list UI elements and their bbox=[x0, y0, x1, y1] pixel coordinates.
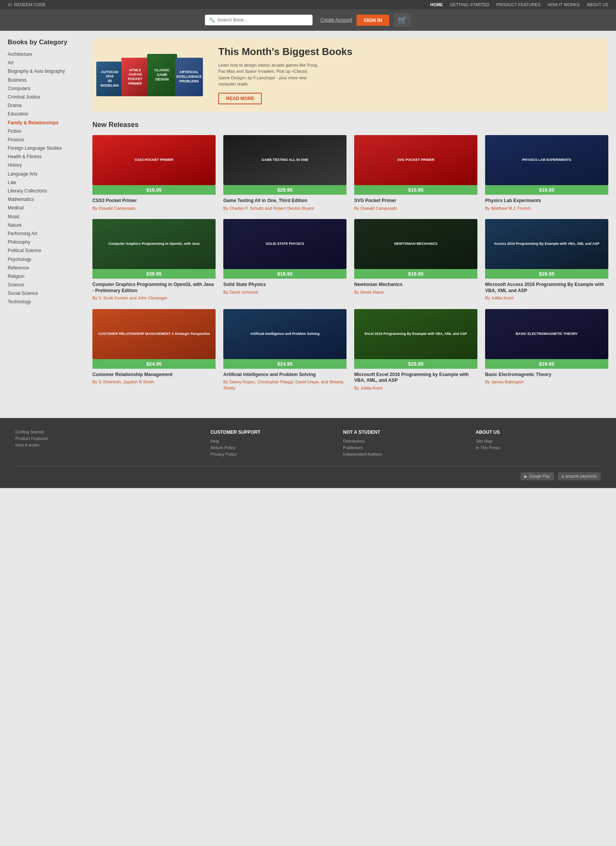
book-author-physicslab[interactable]: By Matthew M.J. French bbox=[485, 206, 608, 211]
book-author-electromagnetic[interactable]: By James Babington bbox=[485, 379, 608, 385]
footer-publishers[interactable]: Publishers bbox=[343, 445, 468, 450]
book-price-newtonian[interactable]: $19.95 bbox=[354, 269, 477, 279]
footer-how-it-works[interactable]: How it works bbox=[15, 443, 203, 447]
sidebar-item-mathematics: Mathematics bbox=[8, 196, 85, 203]
sidebar: Books by Category Architecture Art Biogr… bbox=[8, 38, 85, 399]
search-bar[interactable]: 🔍 bbox=[205, 15, 313, 25]
book-cover-msaccess[interactable]: Access 2016 Programming By Example with … bbox=[485, 219, 608, 269]
book-cover-ai[interactable]: Artificial Intelligence and Problem Solv… bbox=[223, 309, 346, 359]
nav-how-it-works[interactable]: HOW IT WORKS bbox=[547, 2, 580, 7]
search-input[interactable] bbox=[217, 17, 308, 23]
footer-not-student-title: NOT A STUDENT bbox=[343, 430, 468, 435]
book-card-msexcel: Excel 2016 Programming By Example with V… bbox=[354, 309, 477, 391]
book-author-ai[interactable]: By Danny Kopec, Christopher Pileggi, Dav… bbox=[223, 379, 346, 391]
sidebar-item-philosophy: Philosophy bbox=[8, 239, 85, 246]
book-cover-solidstate[interactable]: SOLID STATE PHYSICS bbox=[223, 219, 346, 269]
book-price-crm[interactable]: $24.95 bbox=[92, 359, 216, 369]
banner-text: This Month's Biggest Books Learn how to … bbox=[207, 38, 364, 112]
new-releases-title: New Releases bbox=[92, 121, 608, 129]
search-icon: 🔍 bbox=[209, 17, 215, 23]
footer-getting-started[interactable]: Getting Started bbox=[15, 430, 203, 434]
cart-icon[interactable]: 🛒 bbox=[394, 13, 411, 27]
book-title-msaccess: Microsoft Access 2016 Programming By Exa… bbox=[485, 282, 608, 294]
sidebar-item-fiction: Fiction bbox=[8, 128, 85, 135]
book-price-svg[interactable]: $19.95 bbox=[354, 185, 477, 195]
footer-return-policy[interactable]: Return Policy bbox=[211, 445, 335, 450]
book-author-css3[interactable]: By Oswald Campesato bbox=[92, 206, 216, 211]
nav-product-features[interactable]: PRODUCT FEATURES bbox=[496, 2, 541, 7]
book-price-electromagnetic[interactable]: $19.95 bbox=[485, 359, 608, 369]
book-author-msexcel[interactable]: By Julitta Korol bbox=[354, 385, 477, 391]
sidebar-item-health: Health & Fitness bbox=[8, 153, 85, 161]
footer-help[interactable]: Help bbox=[211, 439, 335, 443]
amazon-icon: a bbox=[562, 474, 564, 478]
book-price-gametesting[interactable]: $29.95 bbox=[223, 185, 346, 195]
redeem-code-label[interactable]: REDEEM CODE bbox=[14, 2, 46, 7]
sidebar-item-history: History bbox=[8, 162, 85, 169]
create-account-link[interactable]: Create Account bbox=[320, 17, 352, 23]
book-title-crm: Customer Relationship Management bbox=[92, 372, 216, 378]
read-more-button[interactable]: READ MORE bbox=[218, 93, 262, 104]
book-price-computergraphics[interactable]: $39.95 bbox=[92, 269, 216, 279]
sidebar-item-law: Law bbox=[8, 179, 85, 186]
book-author-crm[interactable]: By G Shainesh; Jagdish N Sheth bbox=[92, 379, 216, 385]
book-price-msexcel[interactable]: $29.95 bbox=[354, 359, 477, 369]
footer-customer-support-title: CUSTOMER SUPPORT bbox=[211, 430, 335, 435]
sidebar-item-business: Business bbox=[8, 77, 85, 84]
sidebar-item-music: Music bbox=[8, 213, 85, 221]
book-card-ai: Artificial Intelligence and Problem Solv… bbox=[223, 309, 346, 391]
sidebar-item-reference: Reference bbox=[8, 264, 85, 272]
book-title-physicslab: Physics Lab Experiments bbox=[485, 198, 608, 204]
footer: Getting Started Product Features How it … bbox=[0, 418, 616, 488]
sidebar-item-computers: Computers bbox=[8, 85, 85, 92]
banner-book-1: AUTOCAD 20163D MODELING bbox=[96, 62, 123, 96]
footer-product-features[interactable]: Product Features bbox=[15, 436, 203, 441]
book-card-css3: CSS3 POCKET PRIMER$19.95CSS3 Pocket Prim… bbox=[92, 135, 216, 211]
footer-top: Getting Started Product Features How it … bbox=[15, 430, 601, 458]
top-nav: HOME GETTING STARTED PRODUCT FEATURES HO… bbox=[430, 2, 608, 7]
book-cover-electromagnetic[interactable]: BASIC ELECTROMAGNETIC THEORY bbox=[485, 309, 608, 359]
book-cover-physicslab[interactable]: PHYSICS LAB EXPERIMENTS bbox=[485, 135, 608, 185]
book-price-ai[interactable]: $24.95 bbox=[223, 359, 346, 369]
nav-home[interactable]: HOME bbox=[430, 2, 443, 7]
book-card-gametesting: GAME TESTING ALL IN ONE$29.95Game Testin… bbox=[223, 135, 346, 211]
footer-customer-support-col: CUSTOMER SUPPORT Help Return Policy Priv… bbox=[211, 430, 335, 458]
footer-privacy-policy[interactable]: Privacy Policy bbox=[211, 452, 335, 456]
book-cover-msexcel[interactable]: Excel 2016 Programming By Example with V… bbox=[354, 309, 477, 359]
sidebar-item-biography: Biography & Auto biography bbox=[8, 68, 85, 75]
category-list: Architecture Art Biography & Auto biogra… bbox=[8, 51, 85, 306]
sign-in-button[interactable]: SIGN IN bbox=[357, 15, 389, 26]
book-price-css3[interactable]: $19.95 bbox=[92, 185, 216, 195]
sidebar-item-architecture: Architecture bbox=[8, 51, 85, 58]
sidebar-item-languagearts: Language Arts bbox=[8, 171, 85, 178]
book-card-physicslab: PHYSICS LAB EXPERIMENTS$19.95Physics Lab… bbox=[485, 135, 608, 211]
footer-sitemap[interactable]: Site Map bbox=[476, 439, 601, 443]
book-price-solidstate[interactable]: $19.95 bbox=[223, 269, 346, 279]
footer-independent-authors[interactable]: Independent Authors bbox=[343, 452, 468, 456]
sidebar-item-education: Education bbox=[8, 110, 85, 118]
nav-about-us[interactable]: ABOUT US bbox=[587, 2, 608, 7]
book-author-svg[interactable]: By Oswald Campesato bbox=[354, 206, 477, 211]
sidebar-item-finance: Finance bbox=[8, 136, 85, 144]
footer-distributors[interactable]: Distributors bbox=[343, 439, 468, 443]
book-cover-crm[interactable]: CUSTOMER RELATIONSHIP MANAGEMENT A Strat… bbox=[92, 309, 216, 359]
book-cover-newtonian[interactable]: NEWTONIAN MECHANICS bbox=[354, 219, 477, 269]
book-author-gametesting[interactable]: By Charles P. Schultz and Robert Denton … bbox=[223, 206, 346, 211]
book-author-newtonian[interactable]: By Derek Raine bbox=[354, 289, 477, 295]
banner-title: This Month's Biggest Books bbox=[218, 46, 353, 58]
book-author-solidstate[interactable]: By David Schmool bbox=[223, 289, 346, 295]
book-cover-computergraphics[interactable]: Computer Graphics Programming in OpenGL … bbox=[92, 219, 216, 269]
book-price-msaccess[interactable]: $29.95 bbox=[485, 269, 608, 279]
book-cover-gametesting[interactable]: GAME TESTING ALL IN ONE bbox=[223, 135, 346, 185]
book-author-computergraphics[interactable]: By V. Scott Gordon and John Clevenger bbox=[92, 295, 216, 301]
book-cover-css3[interactable]: CSS3 POCKET PRIMER bbox=[92, 135, 216, 185]
book-price-physicslab[interactable]: $19.95 bbox=[485, 185, 608, 195]
book-cover-svg[interactable]: SVG POCKET PRIMER bbox=[354, 135, 477, 185]
sidebar-item-psychology: Psychology bbox=[8, 256, 85, 263]
sidebar-item-nature: Nature bbox=[8, 222, 85, 229]
book-card-solidstate: SOLID STATE PHYSICS$19.95Solid State Phy… bbox=[223, 219, 346, 301]
banner-book-3: CLASSICGAMEDESIGN bbox=[147, 54, 177, 96]
footer-in-the-press[interactable]: In The Press bbox=[476, 445, 601, 450]
nav-getting-started[interactable]: GETTING STARTED bbox=[450, 2, 489, 7]
book-author-msaccess[interactable]: By Julitta Korol bbox=[485, 295, 608, 301]
